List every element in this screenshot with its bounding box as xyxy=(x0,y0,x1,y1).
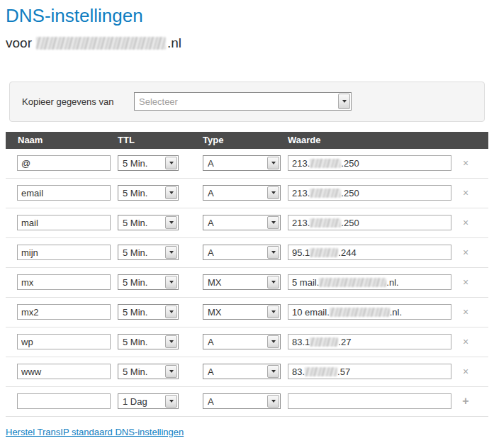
naam-input[interactable] xyxy=(17,334,111,349)
redacted-value xyxy=(310,189,341,198)
dns-record-row-new: 1 Dag A + xyxy=(6,387,488,417)
redacted-value xyxy=(319,278,386,287)
delete-row-icon[interactable]: × xyxy=(457,217,474,228)
dns-record-row: 5 Min. A 213. .250 × xyxy=(6,149,488,179)
table-header-row: Naam TTL Type Waarde xyxy=(6,132,488,149)
subtitle-prefix: voor xyxy=(6,35,32,51)
chevron-down-icon xyxy=(165,186,177,199)
waarde-input[interactable]: 95.1 .244 xyxy=(288,245,451,260)
reset-dns-link[interactable]: Herstel TransIP standaard DNS-instelling… xyxy=(6,427,184,437)
delete-row-icon[interactable]: × xyxy=(457,276,474,288)
chevron-down-icon xyxy=(165,395,177,408)
naam-input[interactable] xyxy=(17,245,111,260)
redacted-value xyxy=(310,218,341,228)
ttl-select[interactable]: 5 Min. xyxy=(118,185,179,201)
naam-input[interactable] xyxy=(17,215,111,230)
dns-settings-page: DNS-instellingen voor .nl Kopieer gegeve… xyxy=(0,0,494,444)
column-header-ttl: TTL xyxy=(118,135,179,145)
redacted-domain xyxy=(36,37,166,50)
chevron-down-icon xyxy=(267,216,279,229)
type-select[interactable]: A xyxy=(203,245,281,260)
subtitle-suffix: .nl xyxy=(167,35,181,51)
naam-input[interactable] xyxy=(17,274,111,290)
dns-record-row: 5 Min. A 213. .250 × xyxy=(6,179,488,208)
chevron-down-icon xyxy=(267,365,279,378)
chevron-down-icon xyxy=(267,157,279,169)
ttl-select[interactable]: 5 Min. xyxy=(118,274,179,290)
waarde-input[interactable]: 213. .250 xyxy=(288,155,451,171)
naam-input[interactable] xyxy=(17,304,111,320)
copy-from-label: Kopieer gegevens van xyxy=(22,96,134,107)
footer: Herstel TransIP standaard DNS-instelling… xyxy=(6,425,488,438)
column-header-waarde: Waarde xyxy=(288,135,320,145)
redacted-value xyxy=(305,367,337,376)
dns-records-table: Naam TTL Type Waarde 5 Min. A 213. .250 … xyxy=(6,132,488,417)
waarde-input[interactable]: 10 email. .nl. xyxy=(288,304,451,320)
dns-record-row: 5 Min. A 83.1 .27 × xyxy=(6,327,488,357)
ttl-select[interactable]: 5 Min. xyxy=(118,245,179,260)
chevron-down-icon xyxy=(267,276,279,289)
naam-input[interactable] xyxy=(17,393,111,409)
page-subtitle: voor .nl xyxy=(6,35,488,52)
dns-record-row: 5 Min. A 83. .57 × xyxy=(6,357,488,387)
redacted-value xyxy=(330,308,390,317)
delete-row-icon[interactable]: × xyxy=(457,247,474,258)
copy-from-select[interactable]: Selecteer xyxy=(134,92,352,111)
ttl-select[interactable]: 5 Min. xyxy=(118,215,179,230)
chevron-down-icon xyxy=(165,365,177,378)
page-title: DNS-instellingen xyxy=(6,6,488,27)
chevron-down-icon xyxy=(165,216,177,229)
chevron-down-icon xyxy=(165,335,177,348)
dns-record-row: 5 Min. A 95.1 .244 × xyxy=(6,238,488,268)
add-row-icon[interactable]: + xyxy=(457,395,474,408)
chevron-down-icon xyxy=(267,306,279,318)
column-header-type: Type xyxy=(203,135,281,145)
type-select[interactable]: A xyxy=(203,155,281,171)
delete-row-icon[interactable]: × xyxy=(457,306,474,318)
type-select[interactable]: A xyxy=(203,364,281,379)
ttl-select[interactable]: 5 Min. xyxy=(118,155,179,171)
copy-settings-panel: Kopieer gegevens van Selecteer xyxy=(9,82,485,122)
chevron-down-icon xyxy=(338,94,350,109)
waarde-input[interactable] xyxy=(288,393,451,409)
naam-input[interactable] xyxy=(17,364,111,379)
waarde-input[interactable]: 83.1 .27 xyxy=(288,334,451,349)
redacted-value xyxy=(310,248,338,257)
type-select[interactable]: MX xyxy=(203,274,281,290)
dns-record-row: 5 Min. MX 10 email. .nl. × xyxy=(6,298,488,327)
redacted-value xyxy=(310,159,341,168)
waarde-input[interactable]: 83. .57 xyxy=(288,364,451,379)
chevron-down-icon xyxy=(165,246,177,259)
chevron-down-icon xyxy=(267,335,279,348)
delete-row-icon[interactable]: × xyxy=(457,187,474,198)
delete-row-icon[interactable]: × xyxy=(457,336,474,347)
type-select[interactable]: A xyxy=(203,393,281,409)
ttl-select[interactable]: 5 Min. xyxy=(118,364,179,379)
ttl-select[interactable]: 5 Min. xyxy=(118,334,179,349)
ttl-select[interactable]: 5 Min. xyxy=(118,304,179,320)
chevron-down-icon xyxy=(165,306,177,318)
ttl-select[interactable]: 1 Dag xyxy=(118,393,179,409)
copy-from-select-value: Selecteer xyxy=(139,96,178,107)
naam-input[interactable] xyxy=(17,155,111,171)
waarde-input[interactable]: 5 mail. .nl. xyxy=(288,274,451,290)
chevron-down-icon xyxy=(267,395,279,408)
chevron-down-icon xyxy=(165,276,177,289)
dns-record-row: 5 Min. A 213. .250 × xyxy=(6,208,488,238)
type-select[interactable]: A xyxy=(203,334,281,349)
delete-row-icon[interactable]: × xyxy=(457,366,474,377)
chevron-down-icon xyxy=(267,186,279,199)
waarde-input[interactable]: 213. .250 xyxy=(288,215,451,230)
delete-row-icon[interactable]: × xyxy=(457,157,474,169)
column-header-naam: Naam xyxy=(18,135,111,145)
chevron-down-icon xyxy=(165,157,177,169)
chevron-down-icon xyxy=(267,246,279,259)
waarde-input[interactable]: 213. .250 xyxy=(288,185,451,201)
redacted-value xyxy=(310,337,338,347)
type-select[interactable]: A xyxy=(203,215,281,230)
type-select[interactable]: MX xyxy=(203,304,281,320)
naam-input[interactable] xyxy=(17,185,111,201)
dns-record-row: 5 Min. MX 5 mail. .nl. × xyxy=(6,268,488,298)
type-select[interactable]: A xyxy=(203,185,281,201)
